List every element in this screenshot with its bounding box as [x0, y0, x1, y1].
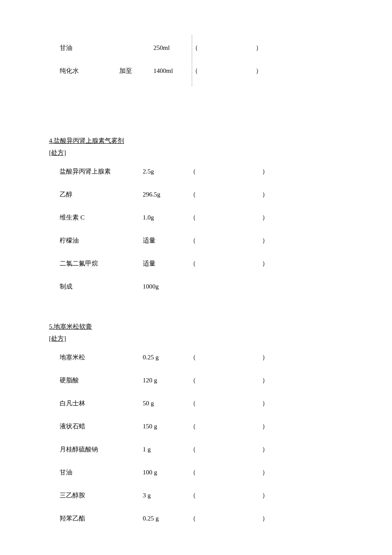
- paren-open: （: [190, 467, 202, 477]
- table-row: 白凡士林 50 g （ ）: [49, 394, 349, 413]
- ingredient-name: 地塞米松: [60, 352, 143, 362]
- paren-close: ）: [256, 66, 268, 76]
- ingredient-name: 甘油: [60, 43, 119, 53]
- paren-close: ）: [262, 398, 275, 408]
- paren-close: ）: [262, 421, 275, 431]
- paren-open: （: [190, 490, 202, 500]
- table-row: 液状石蜡 150 g （ ）: [49, 417, 349, 436]
- rx-label: [处方]: [49, 333, 349, 344]
- ingredient-name: 三乙醇胺: [60, 490, 143, 500]
- rx-label: [处方]: [49, 147, 349, 158]
- ingredient-amount: 1000g: [143, 281, 190, 292]
- table-row: 甘油 100 g （ ）: [49, 463, 349, 482]
- table-row: 地塞米松 0.25 g （ ）: [49, 348, 349, 367]
- ingredient-name: 维生素 C: [60, 212, 143, 223]
- paren-close: ）: [262, 490, 275, 500]
- table-row: 柠檬油 适量 （ ）: [49, 231, 349, 250]
- ingredient-name: 液状石蜡: [60, 421, 143, 431]
- ingredient-name: 白凡士林: [60, 398, 143, 408]
- ingredient-amount: 100 g: [143, 467, 190, 477]
- ingredient-name: 月桂醇硫酸钠: [60, 444, 143, 454]
- paren-open: （: [190, 235, 202, 246]
- paren-close: ）: [262, 235, 275, 246]
- table-row: 羟苯乙酯 0.25 g （ ）: [49, 509, 349, 528]
- paren-open: （: [190, 212, 202, 223]
- ingredient-name: 二氯二氟甲烷: [60, 258, 143, 269]
- ingredient-amount: 适量: [143, 258, 190, 269]
- ingredient-name: 制成: [60, 281, 143, 292]
- ingredient-amount: 50 g: [143, 398, 190, 408]
- paren-open: （: [190, 189, 202, 199]
- paren-open: （: [190, 258, 202, 269]
- paren-open: （: [190, 352, 202, 362]
- ingredient-amount: 1 g: [143, 444, 190, 454]
- ingredient-amount: 0.25 g: [143, 513, 190, 523]
- ingredient-name: 盐酸异丙肾上腺素: [60, 166, 143, 176]
- ingredient-name: 纯化水: [60, 66, 119, 76]
- paren-close: ）: [262, 375, 275, 385]
- ingredient-amount: 150 g: [143, 421, 190, 431]
- table-row: 乙醇 296.5g （ ）: [49, 185, 349, 204]
- paren-close: ）: [262, 212, 275, 223]
- section-5-rows: 地塞米松 0.25 g （ ） 硬脂酸 120 g （ ） 白凡士林 50 g …: [49, 348, 349, 528]
- paren-close: ）: [262, 444, 275, 454]
- table-row: 甘油 250ml （ ）: [49, 38, 349, 57]
- section-4-rows: 盐酸异丙肾上腺素 2.5g （ ） 乙醇 296.5g （ ） 维生素 C 1.…: [49, 162, 349, 296]
- paren-open: （: [190, 421, 202, 431]
- ingredient-amount: 适量: [143, 235, 190, 246]
- section-title-5: 5.地塞米松软膏: [49, 321, 349, 332]
- vertical-dashed-divider: [192, 35, 192, 86]
- ingredient-amount: 1.0g: [143, 212, 190, 223]
- paren-close: ）: [262, 258, 275, 269]
- table-row: 硬脂酸 120 g （ ）: [49, 371, 349, 390]
- table-row: 三乙醇胺 3 g （ ）: [49, 486, 349, 505]
- paren-open: （: [190, 513, 202, 523]
- section-title-4: 4.盐酸异丙肾上腺素气雾剂: [49, 136, 349, 146]
- ingredient-amount: 2.5g: [143, 166, 190, 176]
- ingredient-amount: 296.5g: [143, 189, 190, 199]
- table-row: 月桂醇硫酸钠 1 g （ ）: [49, 440, 349, 459]
- paren-open: （: [190, 398, 202, 408]
- ingredient-amount: 3 g: [143, 490, 190, 500]
- paren-close: ）: [262, 467, 275, 477]
- table-row: 纯化水 加至 1400ml （ ）: [49, 61, 349, 80]
- paren-open: （: [192, 43, 200, 53]
- paren-open: （: [192, 66, 200, 76]
- ingredient-name: 甘油: [60, 467, 143, 477]
- ingredient-name: 乙醇: [60, 189, 143, 199]
- paren-open: （: [190, 375, 202, 385]
- paren-open: （: [190, 444, 202, 454]
- paren-open: （: [190, 166, 202, 176]
- ingredient-name: 羟苯乙酯: [60, 513, 143, 523]
- paren-close: ）: [262, 189, 275, 199]
- paren-close: ）: [256, 43, 268, 53]
- paren-close: ）: [262, 166, 275, 176]
- top-ingredients-block: 甘油 250ml （ ） 纯化水 加至 1400ml （ ）: [49, 38, 349, 80]
- ingredient-amount: 120 g: [143, 375, 190, 385]
- ingredient-amount: 0.25 g: [143, 352, 190, 362]
- ingredient-name: 硬脂酸: [60, 375, 143, 385]
- ingredient-amount: 250ml: [153, 43, 192, 53]
- paren-close: ）: [262, 352, 275, 362]
- ingredient-amount: 1400ml: [153, 66, 192, 76]
- ingredient-mid: 加至: [119, 66, 153, 76]
- table-row: 维生素 C 1.0g （ ）: [49, 208, 349, 227]
- ingredient-name: 柠檬油: [60, 235, 143, 246]
- table-row: 盐酸异丙肾上腺素 2.5g （ ）: [49, 162, 349, 181]
- paren-close: ）: [262, 513, 275, 523]
- table-row: 制成 1000g: [49, 277, 349, 296]
- table-row: 二氯二氟甲烷 适量 （ ）: [49, 254, 349, 273]
